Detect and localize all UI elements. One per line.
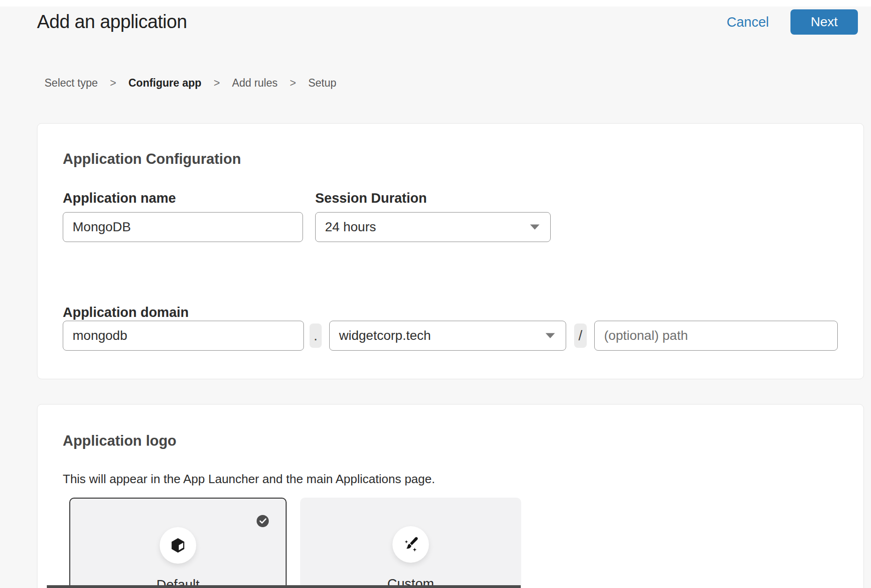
breadcrumb-select-type[interactable]: Select type <box>44 77 98 89</box>
logo-option-default[interactable]: Default <box>69 498 287 588</box>
domain-slash-separator: / <box>574 323 587 348</box>
page-title: Add an application <box>37 11 187 32</box>
domain-select[interactable]: widgetcorp.tech <box>329 321 566 351</box>
breadcrumb-separator: > <box>214 77 220 89</box>
chevron-down-icon <box>530 224 540 230</box>
breadcrumb-setup[interactable]: Setup <box>308 77 336 89</box>
session-duration-label: Session Duration <box>315 191 427 206</box>
header-actions: Cancel Next <box>727 9 858 35</box>
breadcrumb-separator: > <box>110 77 116 89</box>
top-white-strip <box>0 0 871 7</box>
custom-logo-circle <box>392 526 429 563</box>
config-card-heading: Application Configuration <box>63 151 241 168</box>
application-configuration-card: Application Configuration Application na… <box>37 123 864 379</box>
application-name-input[interactable] <box>63 212 303 242</box>
application-logo-card: Application logo This will appear in the… <box>37 404 864 588</box>
application-domain-label: Application domain <box>63 305 189 320</box>
path-input[interactable] <box>594 321 838 351</box>
logo-card-description: This will appear in the App Launcher and… <box>63 472 435 486</box>
application-name-label: Application name <box>63 191 176 206</box>
domain-select-value: widgetcorp.tech <box>339 328 431 343</box>
paintbrush-icon <box>402 536 420 553</box>
application-subdomain-input[interactable] <box>63 321 304 351</box>
next-button[interactable]: Next <box>790 9 858 35</box>
selected-check-icon <box>257 515 269 527</box>
default-logo-circle <box>160 527 196 564</box>
breadcrumb-configure-app[interactable]: Configure app <box>128 77 201 89</box>
logo-option-custom[interactable]: Custom <box>300 498 521 588</box>
cube-icon <box>170 537 186 554</box>
breadcrumb: Select type > Configure app > Add rules … <box>44 77 336 89</box>
session-duration-value: 24 hours <box>325 220 376 235</box>
bottom-edge-bar <box>47 585 521 588</box>
breadcrumb-add-rules[interactable]: Add rules <box>232 77 278 89</box>
chevron-down-icon <box>545 333 555 339</box>
domain-dot-separator: . <box>310 323 322 348</box>
breadcrumb-separator: > <box>290 77 296 89</box>
cancel-button[interactable]: Cancel <box>727 15 769 30</box>
session-duration-select[interactable]: 24 hours <box>315 212 551 242</box>
logo-card-heading: Application logo <box>63 433 177 449</box>
